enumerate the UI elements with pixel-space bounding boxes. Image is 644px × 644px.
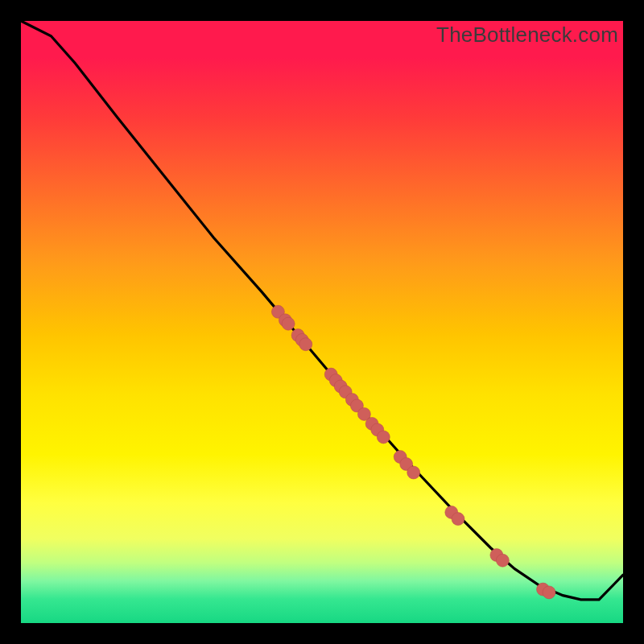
marker-group xyxy=(271,305,555,599)
bottleneck-curve xyxy=(21,21,623,600)
data-point-marker xyxy=(407,466,420,479)
chart-frame: TheBottleneck.com xyxy=(21,21,623,623)
chart-svg xyxy=(21,21,623,623)
data-point-marker xyxy=(282,317,295,330)
data-point-marker xyxy=(377,431,390,444)
data-point-marker xyxy=(452,513,464,526)
data-point-marker xyxy=(299,338,312,351)
watermark-text: TheBottleneck.com xyxy=(436,23,618,47)
data-point-marker xyxy=(496,554,509,567)
data-point-marker xyxy=(543,586,555,599)
